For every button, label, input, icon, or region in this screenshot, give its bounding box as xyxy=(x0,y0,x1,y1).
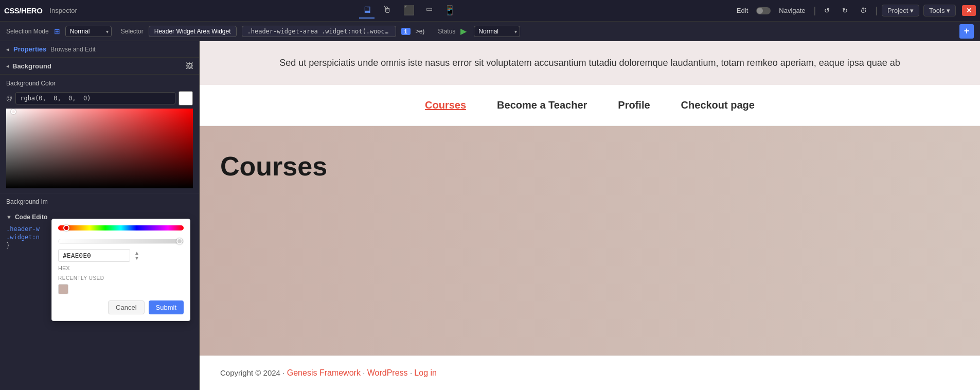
css-hero-logo[interactable]: CSS/HERO xyxy=(4,6,42,15)
selection-mode-select[interactable]: Normal xyxy=(65,26,112,37)
hex-up-button[interactable]: ▲ xyxy=(134,251,139,256)
top-bar: CSS/HERO Inspector 🖥 🖱 ⬛ ▭ 📱 Edit Naviga… xyxy=(0,0,980,22)
mobile-icon[interactable]: 📱 xyxy=(441,3,458,19)
second-bar-right: + xyxy=(959,24,974,39)
divider2: | xyxy=(875,5,878,16)
browse-edit-label: Browse and Edit xyxy=(50,46,95,53)
image-icon: 🖼 xyxy=(186,62,193,70)
selection-mode-label: Selection Mode xyxy=(6,28,49,35)
hex-arrows: ▲ ▼ xyxy=(134,251,139,261)
device-switcher: 🖥 🖱 ⬛ ▭ 📱 xyxy=(88,3,729,19)
top-bar-right: Edit Navigate | ↺ ↻ ⏱ | Project ▾ Tools … xyxy=(733,5,976,16)
opacity-cursor[interactable] xyxy=(176,238,183,244)
picker-cursor[interactable] xyxy=(11,109,16,114)
css-badge[interactable]: 1 xyxy=(401,28,411,35)
bg-color-label: Background Color xyxy=(6,80,193,87)
desktop-icon[interactable]: 🖥 xyxy=(359,3,375,19)
opacity-slider[interactable] xyxy=(58,239,184,244)
footer-copyright: Copyright © 2024 · xyxy=(220,368,284,377)
monitor-icon[interactable]: 🖱 xyxy=(380,3,395,19)
close-button[interactable]: ✕ xyxy=(962,5,976,16)
preview-nav: Courses Become a Teacher Profile Checkou… xyxy=(200,85,980,126)
hex-input[interactable] xyxy=(58,249,130,262)
hex-down-button[interactable]: ▼ xyxy=(134,256,139,261)
undo-button[interactable]: ↺ xyxy=(820,5,834,16)
color-input-row: @ xyxy=(6,91,193,105)
selector-value: Header Widget Area Widget xyxy=(149,26,237,37)
footer-login-link[interactable]: Log in xyxy=(414,368,437,377)
tablet-v-icon[interactable]: ▭ xyxy=(423,3,436,19)
recently-used-label: RECENTLY USED xyxy=(58,275,184,281)
footer-wordpress-link[interactable]: WordPress xyxy=(367,368,408,377)
background-title: Background xyxy=(12,62,51,70)
status-select-wrapper[interactable]: Normal xyxy=(474,26,520,37)
background-arrow-icon[interactable]: ◂ xyxy=(6,63,9,69)
status-dot-icon: ▶ xyxy=(460,26,467,36)
project-button[interactable]: Project ▾ xyxy=(882,5,919,16)
color-picker-popup: ▲ ▼ HEX RECENTLY USED Cancel Submit xyxy=(51,219,190,321)
gradient-box xyxy=(6,109,193,188)
color-picker-gradient[interactable] xyxy=(6,109,193,188)
normal-select-wrapper[interactable]: Normal xyxy=(65,26,112,37)
code-editor-arrow-icon: ▼ xyxy=(6,214,12,220)
rainbow-track[interactable] xyxy=(58,225,184,231)
redo-button[interactable]: ↻ xyxy=(838,5,852,16)
nav-item-profile[interactable]: Profile xyxy=(618,99,650,111)
selection-icon: ⊞ xyxy=(54,27,60,36)
edit-navigate-toggle[interactable] xyxy=(756,7,771,14)
color-swatch[interactable] xyxy=(179,91,193,105)
second-bar: Selection Mode ⊞ Normal Selector Header … xyxy=(0,22,980,41)
properties-label[interactable]: Properties xyxy=(13,45,46,53)
courses-heading: Courses xyxy=(220,151,959,182)
properties-bar: ◂ Properties Browse and Edit xyxy=(0,41,199,58)
submit-button[interactable]: Submit xyxy=(149,300,184,314)
bg-color-section: Background Color @ xyxy=(0,75,199,194)
at-sign: @ xyxy=(6,95,12,102)
rainbow-cursor[interactable] xyxy=(63,225,69,231)
rainbow-slider[interactable] xyxy=(58,225,184,234)
edit-button[interactable]: Edit xyxy=(733,5,752,16)
main-layout: ◂ Properties Browse and Edit ◂ Backgroun… xyxy=(0,41,980,390)
tools-button[interactable]: Tools ▾ xyxy=(923,5,956,16)
opacity-track[interactable] xyxy=(58,239,184,244)
selector-label: Selector xyxy=(121,28,144,35)
preview-footer: Copyright © 2024 · Genesis Framework · W… xyxy=(200,356,980,390)
rgba-input[interactable] xyxy=(15,92,175,104)
ce-partial: >e) xyxy=(416,28,425,35)
history-button[interactable]: ⏱ xyxy=(856,5,871,16)
recently-used-swatches xyxy=(58,284,184,294)
footer-dot1: · xyxy=(363,368,367,377)
inspector-label: Inspector xyxy=(49,7,77,14)
hex-label: HEX xyxy=(58,265,184,271)
preview-quote-bar: Sed ut perspiciatis unde omnis iste nasu… xyxy=(200,41,980,85)
footer-genesis-link[interactable]: Genesis Framework xyxy=(287,368,361,377)
bg-image-label: Background Im xyxy=(0,194,199,205)
code-editor-label: Code Edito xyxy=(15,214,47,221)
popup-buttons: Cancel Submit xyxy=(58,300,184,314)
nav-item-checkout[interactable]: Checkout page xyxy=(681,99,755,111)
tablet-h-icon[interactable]: ⬛ xyxy=(400,3,418,19)
nav-item-courses[interactable]: Courses xyxy=(425,99,466,111)
navigate-button[interactable]: Navigate xyxy=(775,5,809,16)
status-label: Status xyxy=(438,28,455,35)
css-selector[interactable]: .header-widget-area .widget:not(.woocon xyxy=(242,26,396,37)
status-select[interactable]: Normal xyxy=(474,26,520,37)
left-panel: ◂ Properties Browse and Edit ◂ Backgroun… xyxy=(0,41,200,390)
nav-item-become-teacher[interactable]: Become a Teacher xyxy=(497,99,587,111)
cancel-button[interactable]: Cancel xyxy=(108,300,144,314)
divider1: | xyxy=(814,5,816,16)
hex-input-row: ▲ ▼ xyxy=(58,249,184,262)
props-arrow-icon: ◂ xyxy=(6,46,9,53)
add-button[interactable]: + xyxy=(959,24,974,39)
recent-swatch-1[interactable] xyxy=(58,284,68,294)
background-section-header: ◂ Background 🖼 xyxy=(0,58,199,75)
preview-quote-text: Sed ut perspiciatis unde omnis iste nasu… xyxy=(220,56,959,70)
preview-courses-header: Courses xyxy=(200,126,980,356)
preview-area: Sed ut perspiciatis unde omnis iste nasu… xyxy=(200,41,980,390)
